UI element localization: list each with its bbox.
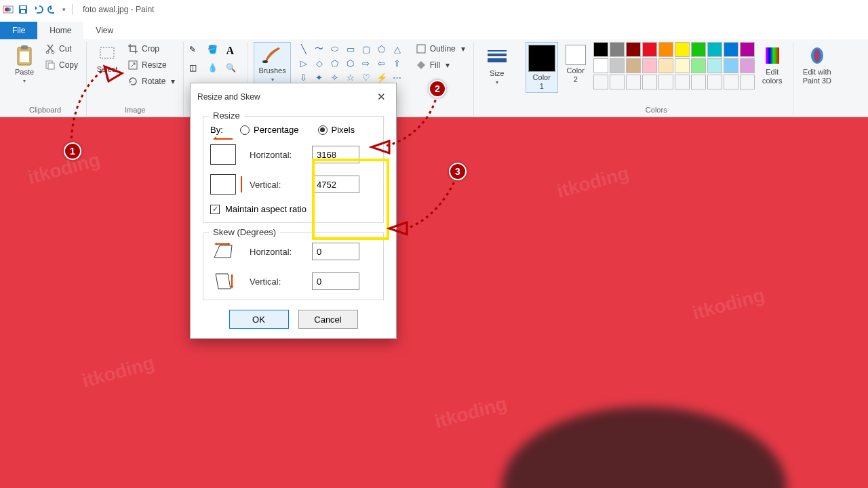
svg-rect-4 xyxy=(20,6,26,9)
app-icon xyxy=(3,4,14,15)
color-palette[interactable] xyxy=(593,42,755,89)
eraser-icon[interactable]: ◫ xyxy=(189,63,205,79)
undo-icon[interactable] xyxy=(33,4,43,15)
svg-point-15 xyxy=(262,60,268,63)
resize-vertical-input[interactable] xyxy=(312,176,359,193)
radio-percentage[interactable] xyxy=(240,125,250,135)
annotation-arrow-1 xyxy=(102,64,125,88)
skew-h-icon xyxy=(210,241,236,262)
group-label-colors: Colors xyxy=(646,104,667,117)
svg-point-18 xyxy=(814,49,821,62)
resize-skew-dialog: Resize and Skew ✕ Resize By: Percentage … xyxy=(190,83,397,339)
skew-v-icon xyxy=(210,271,236,291)
annotation-badge-3: 3 xyxy=(449,163,467,180)
radio-pixels[interactable] xyxy=(318,125,328,135)
picker-icon[interactable]: 💧 xyxy=(208,63,224,79)
close-icon[interactable]: ✕ xyxy=(373,89,389,105)
tab-home[interactable]: Home xyxy=(37,22,83,39)
group-paint3d: Edit with Paint 3D xyxy=(793,42,841,117)
bucket-icon[interactable]: 🪣 xyxy=(208,45,224,61)
tab-file[interactable]: File xyxy=(0,22,37,39)
fill-button[interactable]: Fill▾ xyxy=(413,58,468,72)
title-bar: ▾ foto awal.jpg - Paint xyxy=(0,0,868,19)
paint3d-button[interactable]: Edit with Paint 3D xyxy=(799,42,835,87)
window-title: foto awal.jpg - Paint xyxy=(83,5,154,14)
svg-rect-5 xyxy=(21,10,25,13)
crop-button[interactable]: Crop xyxy=(125,42,178,56)
edit-colors-button[interactable]: Edit colors xyxy=(757,42,787,87)
group-label-image: Image xyxy=(125,104,146,117)
annotation-arrow-3 xyxy=(387,220,410,241)
svg-rect-16 xyxy=(417,45,425,53)
group-label-clipboard: Clipboard xyxy=(29,104,61,117)
annotation-arrow-2 xyxy=(369,138,392,160)
svg-rect-7 xyxy=(21,45,28,49)
ribbon: Paste ▾ Cut Copy Clipboard Select ▾ Crop… xyxy=(0,39,868,117)
ok-button[interactable]: OK xyxy=(229,310,289,329)
cancel-button[interactable]: Cancel xyxy=(298,310,358,329)
skew-fieldset: Skew (Degrees) Horizontal: Vertical: xyxy=(203,232,384,300)
resize-horizontal-input[interactable] xyxy=(312,146,359,163)
svg-rect-8 xyxy=(20,52,29,62)
skew-vertical-input[interactable] xyxy=(312,272,359,290)
annotation-badge-1: 1 xyxy=(64,142,81,160)
paste-button[interactable]: Paste ▾ xyxy=(9,42,39,87)
svg-point-2 xyxy=(7,7,11,12)
shapes-gallery[interactable]: ╲〜⬭▭▢⬠△ ▷◇⬠⬡⇨⇦⇧ ⇩✦✧☆♡⚡⋯ xyxy=(296,42,405,84)
pencil-icon[interactable]: ✎ xyxy=(189,45,205,61)
maintain-aspect-checkbox[interactable]: ✓ xyxy=(210,205,220,214)
vertical-icon xyxy=(210,174,236,195)
horizontal-icon xyxy=(210,144,236,165)
resize-button[interactable]: Resize xyxy=(125,58,178,72)
resize-fieldset: Resize By: Percentage Pixels Horizontal:… xyxy=(203,116,384,223)
dialog-title: Resize and Skew xyxy=(197,92,260,102)
svg-rect-12 xyxy=(48,63,54,69)
skew-horizontal-input[interactable] xyxy=(312,243,359,260)
copy-button[interactable]: Copy xyxy=(42,58,81,72)
svg-rect-17 xyxy=(766,47,779,64)
size-button[interactable]: Size ▾ xyxy=(479,42,515,88)
group-size: Size ▾ xyxy=(474,42,520,117)
svg-rect-13 xyxy=(100,47,114,58)
save-icon[interactable] xyxy=(18,4,28,15)
text-icon[interactable]: A xyxy=(226,45,242,61)
rotate-button[interactable]: Rotate▾ xyxy=(125,75,178,88)
color1-button[interactable]: Color 1 xyxy=(526,42,558,93)
outline-button[interactable]: Outline▾ xyxy=(413,42,468,56)
brushes-button[interactable]: Brushes ▾ xyxy=(254,42,290,85)
redo-icon[interactable] xyxy=(47,4,58,15)
group-colors: Color 1 Color 2 Edit colors Colors xyxy=(520,42,793,117)
tab-view[interactable]: View xyxy=(83,22,125,39)
annotation-badge-2: 2 xyxy=(429,80,446,98)
canvas-area[interactable]: itkoding itkoding itkoding itkoding itko… xyxy=(0,117,868,488)
group-clipboard: Paste ▾ Cut Copy Clipboard xyxy=(4,42,87,117)
ribbon-tabs: File Home View xyxy=(0,19,868,39)
cut-button[interactable]: Cut xyxy=(42,42,81,56)
color2-button[interactable]: Color 2 xyxy=(561,42,591,86)
magnifier-icon[interactable]: 🔍 xyxy=(226,63,242,79)
